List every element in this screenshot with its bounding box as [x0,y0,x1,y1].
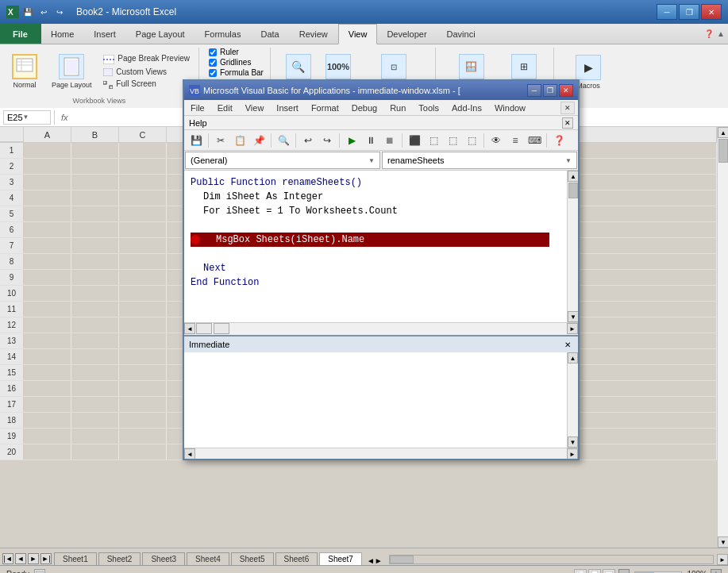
help-icon[interactable]: ❓ [704,29,714,38]
vba-procedure-selector[interactable]: renameSheets ▼ [382,152,577,169]
vba-tb-redo[interactable]: ↪ [318,132,336,149]
tab-file[interactable]: File [0,24,41,44]
vba-window-close-small[interactable]: ✕ [560,102,575,114]
vba-restore-btn[interactable]: ❐ [543,84,557,97]
vba-tb-breakpoint[interactable]: ⬛ [406,132,423,149]
immediate-text-area[interactable] [184,352,567,448]
gridlines-check[interactable]: Gridlines [209,58,251,67]
vba-tb-step[interactable]: ⬚ [425,132,442,149]
cell-a1[interactable] [24,143,71,158]
restore-btn[interactable]: ❐ [679,4,699,20]
sheet-tab-2[interactable]: Sheet2 [98,552,141,565]
zoom-in-btn[interactable]: + [711,569,722,574]
sheet-tab-5[interactable]: Sheet5 [231,552,274,565]
vba-menu-view[interactable]: View [239,100,271,115]
sheet-tab-3[interactable]: Sheet3 [142,552,185,565]
vba-tb-undo[interactable]: ↩ [299,132,317,149]
scroll-sheets-end-btn[interactable]: ►| [40,553,52,564]
sheet-tab-4[interactable]: Sheet4 [187,552,229,565]
vba-menu-file[interactable]: File [184,100,211,115]
vba-tb-save[interactable]: 💾 [187,132,205,149]
normal-view-status-btn[interactable] [574,569,587,574]
scroll-sheets-start-btn[interactable]: |◄ [2,553,13,564]
formula-bar-check[interactable]: Formula Bar [209,68,264,77]
tab-review[interactable]: Review [290,24,338,44]
vba-scroll-track[interactable] [568,182,578,311]
tab-insert[interactable]: Insert [84,24,126,44]
save-quick-btn[interactable]: 💾 [21,5,35,19]
vba-tb-stop[interactable]: ⏹ [381,132,399,149]
zoom-out-btn[interactable]: − [618,569,630,574]
page-layout-status-btn[interactable] [588,569,601,574]
scroll-sheets-next-btn[interactable]: ► [28,553,39,564]
h-scroll-right-btn[interactable]: ► [717,554,728,565]
vba-scroll-up-btn[interactable]: ▲ [568,171,578,182]
full-screen-btn[interactable]: Full Screen [101,79,192,89]
vba-menu-window[interactable]: Window [488,100,532,115]
vba-menu-format[interactable]: Format [305,100,345,115]
immediate-v-scroll[interactable]: ▲ ▼ [567,352,578,448]
sheet-tab-7[interactable]: Sheet7 [319,552,362,565]
vba-help-label[interactable]: Help [189,118,207,128]
vba-tb-paste[interactable]: 📌 [250,132,268,149]
vba-tb-help[interactable]: ❓ [550,132,568,149]
page-layout-btn[interactable]: Page Layout [46,50,98,93]
code-tab-1[interactable] [196,323,212,334]
ribbon-minimize-icon[interactable]: ▲ [717,29,725,38]
vba-v-scrollbar[interactable]: ▲ ▼ [567,171,578,322]
minimize-btn[interactable]: ─ [657,4,677,20]
scroll-down-btn[interactable]: ▼ [718,536,728,548]
cell-reference-box[interactable]: E25 ▼ [3,110,51,125]
tab-formulas[interactable]: Formulas [195,24,252,44]
scrollbar-track[interactable] [718,138,728,536]
imm-hscroll-right[interactable]: ► [567,448,578,459]
code-tab-2[interactable] [214,323,229,334]
vba-tb-immediate[interactable]: ⌨ [526,132,543,149]
tab-data[interactable]: Data [251,24,289,44]
code-editor[interactable]: Public Function renameSheets() Dim iShee… [184,171,567,322]
vba-tb-cut[interactable]: ✂ [212,132,229,149]
imm-scroll-down[interactable]: ▼ [568,436,578,448]
vba-scroll-down-btn[interactable]: ▼ [568,311,578,322]
scroll-sheets-prev-btn[interactable]: ◄ [15,553,26,564]
vba-menu-tools[interactable]: Tools [412,100,445,115]
cell-b1[interactable] [71,143,119,158]
vba-menu-addins[interactable]: Add-Ins [445,100,488,115]
tab-developer[interactable]: Developer [377,24,437,44]
vba-help-close-btn[interactable]: ✕ [562,117,573,129]
cell-c1[interactable] [119,143,167,158]
vba-tb-stepout[interactable]: ⬚ [463,132,480,149]
vba-menu-insert[interactable]: Insert [270,100,305,115]
vba-minimize-btn[interactable]: ─ [527,84,541,97]
vba-tb-watch[interactable]: 👁 [487,132,505,149]
tab-page-layout[interactable]: Page Layout [126,24,195,44]
vba-tb-locals[interactable]: ≡ [507,132,524,149]
code-hscroll-right[interactable]: ► [567,323,578,334]
vba-tb-copy[interactable]: 📋 [231,132,248,149]
close-btn[interactable]: ✕ [701,4,722,20]
h-scroll-thumb[interactable] [390,556,414,563]
immediate-close-btn[interactable]: ✕ [562,339,573,350]
page-break-preview-btn[interactable]: Page Break Preview [101,53,192,64]
sheet-tab-6[interactable]: Sheet6 [275,552,318,565]
tab-davinci[interactable]: Davinci [437,24,486,44]
vba-tb-stepover[interactable]: ⬚ [444,132,461,149]
page-break-status-btn[interactable] [603,569,615,574]
vba-menu-run[interactable]: Run [383,100,412,115]
undo-quick-btn[interactable]: ↩ [37,5,51,19]
sheet-tab-1[interactable]: Sheet1 [54,552,97,565]
imm-scroll-up[interactable]: ▲ [568,352,578,363]
ruler-check[interactable]: Ruler [209,48,239,56]
vba-menu-edit[interactable]: Edit [211,100,239,115]
vertical-scrollbar[interactable]: ▲ ▼ [717,127,728,548]
vba-close-btn[interactable]: ✕ [559,84,573,97]
tab-home[interactable]: Home [41,24,84,44]
scrollbar-thumb[interactable] [718,139,728,163]
vba-general-selector[interactable]: (General) ▼ [185,152,380,169]
imm-scroll-track[interactable] [568,363,578,436]
scroll-up-btn[interactable]: ▲ [718,127,728,138]
normal-view-btn[interactable]: Normal [6,50,43,93]
vba-tb-run[interactable]: ▶ [343,132,360,149]
tab-view[interactable]: View [338,24,378,44]
imm-hscroll-left[interactable]: ◄ [184,448,195,459]
